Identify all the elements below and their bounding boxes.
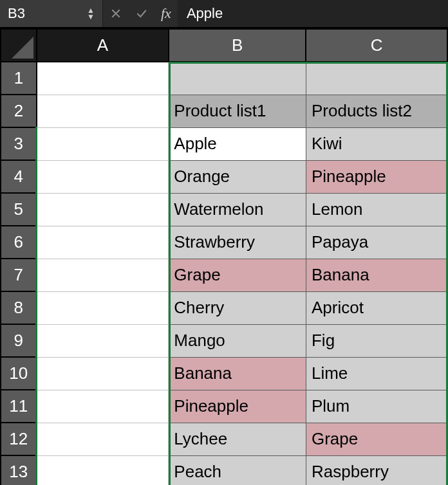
cell-c9[interactable]: Fig <box>306 324 447 357</box>
cell-b1[interactable] <box>169 62 306 95</box>
cell-b4[interactable]: Orange <box>169 160 306 193</box>
row-header-9[interactable]: 9 <box>1 324 37 357</box>
cell-b6[interactable]: Strawberry <box>169 226 306 259</box>
cell-b11[interactable]: Pineapple <box>169 390 306 423</box>
cell-c12[interactable]: Grape <box>306 423 447 455</box>
row-header-13[interactable]: 13 <box>1 455 37 485</box>
cell-a7[interactable] <box>37 259 169 291</box>
cell-b7[interactable]: Grape <box>169 259 306 291</box>
cell-c2[interactable]: Products list2 <box>306 95 447 127</box>
cell-b2[interactable]: Product list1 <box>169 95 306 127</box>
cell-a5[interactable] <box>37 193 169 226</box>
row-header-10[interactable]: 10 <box>1 357 37 390</box>
cell-b3[interactable]: Apple <box>169 127 306 160</box>
cell-a4[interactable] <box>37 160 169 193</box>
name-box[interactable]: B3 ▲▼ <box>0 0 103 27</box>
spreadsheet-grid: A B C 1 2 Product list1 Products list2 3… <box>0 28 448 485</box>
confirm-button[interactable] <box>129 0 154 27</box>
row-header-12[interactable]: 12 <box>1 423 37 455</box>
cell-c7[interactable]: Banana <box>306 259 447 291</box>
cell-b9[interactable]: Mango <box>169 324 306 357</box>
cell-a13[interactable] <box>37 455 169 485</box>
column-header-b[interactable]: B <box>169 29 306 62</box>
row-header-2[interactable]: 2 <box>1 95 37 127</box>
cell-c11[interactable]: Plum <box>306 390 447 423</box>
name-box-dropdown-icon[interactable]: ▲▼ <box>87 7 95 20</box>
cell-c13[interactable]: Raspberry <box>306 455 447 485</box>
cell-c5[interactable]: Lemon <box>306 193 447 226</box>
cell-b8[interactable]: Cherry <box>169 291 306 324</box>
cell-c4[interactable]: Pineapple <box>306 160 447 193</box>
cell-a3[interactable] <box>37 127 169 160</box>
cell-a6[interactable] <box>37 226 169 259</box>
row-header-1[interactable]: 1 <box>1 62 37 95</box>
cell-c6[interactable]: Papaya <box>306 226 447 259</box>
formula-input[interactable] <box>178 0 448 27</box>
cell-c10[interactable]: Lime <box>306 357 447 390</box>
formula-bar: B3 ▲▼ fx <box>0 0 448 28</box>
column-header-c[interactable]: C <box>306 29 447 62</box>
cell-b13[interactable]: Peach <box>169 455 306 485</box>
name-box-cell-ref: B3 <box>8 5 87 22</box>
column-header-a[interactable]: A <box>37 29 169 62</box>
cell-a12[interactable] <box>37 423 169 455</box>
cell-a1[interactable] <box>37 62 169 95</box>
cell-b5[interactable]: Watermelon <box>169 193 306 226</box>
cell-a10[interactable] <box>37 357 169 390</box>
row-header-5[interactable]: 5 <box>1 193 37 226</box>
fx-label[interactable]: fx <box>154 0 178 27</box>
cell-b10[interactable]: Banana <box>169 357 306 390</box>
cell-a8[interactable] <box>37 291 169 324</box>
cell-a9[interactable] <box>37 324 169 357</box>
select-all-corner[interactable] <box>1 29 37 62</box>
row-header-4[interactable]: 4 <box>1 160 37 193</box>
row-header-11[interactable]: 11 <box>1 390 37 423</box>
cell-c8[interactable]: Apricot <box>306 291 447 324</box>
row-header-6[interactable]: 6 <box>1 226 37 259</box>
cancel-button[interactable] <box>103 0 129 27</box>
row-header-8[interactable]: 8 <box>1 291 37 324</box>
cell-c3[interactable]: Kiwi <box>306 127 447 160</box>
check-icon <box>135 7 148 20</box>
row-header-7[interactable]: 7 <box>1 259 37 291</box>
close-icon <box>109 7 122 20</box>
cell-a2[interactable] <box>37 95 169 127</box>
cell-a11[interactable] <box>37 390 169 423</box>
row-header-3[interactable]: 3 <box>1 127 37 160</box>
cell-b12[interactable]: Lychee <box>169 423 306 455</box>
cell-c1[interactable] <box>306 62 447 95</box>
